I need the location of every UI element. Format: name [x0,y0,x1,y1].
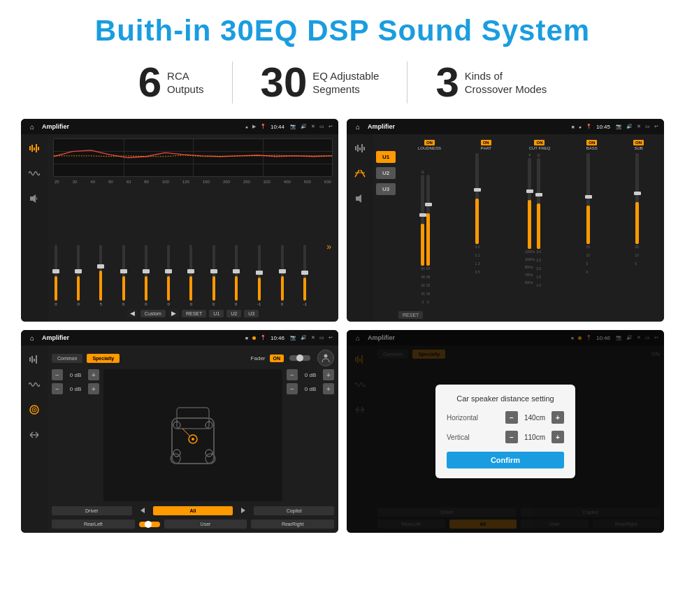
db-minus-rr[interactable]: − [287,383,298,394]
sub-thumb[interactable] [634,192,641,195]
slider-track-1[interactable] [77,245,80,301]
loudness-track-1[interactable] [421,175,424,266]
slider-track-4[interactable] [145,245,147,301]
slider-thumb-11[interactable] [301,271,308,275]
copilot-btn[interactable]: Copilot [254,506,334,515]
db-plus-fr[interactable]: + [323,369,334,380]
xover-sidebar-crossover-icon[interactable] [352,165,368,182]
vertical-minus-btn[interactable]: − [505,431,518,443]
fader-common-tab[interactable]: Common [52,354,82,363]
slider-thumb-10[interactable] [279,269,286,273]
dialog-vertical-label: Vertical [447,434,485,441]
slider-track-5[interactable] [167,245,170,301]
fader-specialty-tab[interactable]: Specialty [87,354,120,363]
bass-thumb[interactable] [585,195,592,199]
vertical-plus-btn[interactable]: + [551,431,564,443]
sub-track[interactable] [635,153,639,244]
db-plus-rl[interactable]: + [88,383,99,394]
fader-slider-h[interactable] [289,355,310,361]
xover-u2-btn[interactable]: U2 [376,167,396,179]
slider-track-6[interactable] [189,245,192,301]
fader-slider-thumb[interactable] [296,354,303,361]
loudness-thumb-2[interactable] [425,203,432,206]
rearleft-btn[interactable]: RearLeft [52,520,135,529]
ch-loudness-toggle[interactable]: ON [424,140,435,145]
fader-sidebar-wave-icon[interactable] [26,376,43,393]
xover-sidebar-vol-icon[interactable] [352,190,368,207]
cutfreq-f-track[interactable] [528,158,531,249]
slider-thumb-7[interactable] [210,269,217,273]
db-row-rr: − 0 dB + [287,383,334,394]
ps-3: 3.0 [475,245,480,249]
eq-x-icon: ✕ [311,124,315,129]
eq-back-icon: ↩ [329,124,333,129]
slider-thumb-1[interactable] [75,269,82,273]
ch-bass-label: BASS [586,146,598,150]
fader-sidebar-speaker-icon[interactable] [26,401,43,418]
slider-thumb-2[interactable] [97,264,104,268]
driver-btn[interactable]: Driver [52,506,132,515]
eq-reset-btn[interactable]: RESET [182,310,206,317]
eq-u1-btn[interactable]: U1 [209,310,224,317]
slider-track-8[interactable] [235,245,238,301]
xover-u1-btn[interactable]: U1 [376,151,396,163]
fader-h-thumb[interactable] [145,521,152,528]
cutfreq-g-thumb[interactable] [535,193,542,196]
phat-thumb[interactable] [474,188,481,192]
fader-h-slider[interactable] [139,522,160,527]
loudness-thumb-1[interactable] [419,213,426,217]
fader-toggle-btn[interactable]: ON [270,354,284,362]
all-btn[interactable]: All [153,506,233,515]
cutfreq-f-thumb[interactable] [526,189,533,193]
fader-sidebar-arrows-icon[interactable] [26,427,43,443]
slider-track-0[interactable] [55,245,57,301]
slider-track-3[interactable] [122,245,125,301]
slider-thumb-6[interactable] [187,269,194,273]
eq-sidebar-volume-icon[interactable] [26,190,43,207]
ch-bass-toggle[interactable]: ON [586,140,597,145]
slider-track-7[interactable] [212,245,215,301]
svg-rect-1 [31,145,33,152]
db-minus-rl[interactable]: − [52,383,63,394]
slider-thumb-8[interactable] [233,269,240,273]
eq-more-icon[interactable]: » [326,242,331,252]
phat-track[interactable] [475,153,479,244]
slider-thumb-4[interactable] [143,269,150,273]
eq-u3-btn[interactable]: U3 [244,310,259,317]
horizontal-plus-btn[interactable]: + [551,411,564,424]
db-minus-fl[interactable]: − [52,369,63,380]
slider-track-11[interactable] [303,245,306,301]
slider-thumb-5[interactable] [165,269,172,273]
slider-thumb-9[interactable] [256,271,263,275]
slider-thumb-3[interactable] [120,269,127,273]
user-btn[interactable]: User [164,520,247,529]
ps-05: 0.5 [475,270,480,274]
eq-sidebar-eq-icon[interactable] [26,140,43,157]
cutfreq-g-track[interactable] [537,158,540,249]
slider-track-9[interactable] [258,245,261,301]
ch-sub-toggle[interactable]: ON [633,140,644,145]
db-minus-fr[interactable]: − [287,369,298,380]
confirm-button[interactable]: Confirm [447,452,564,468]
eq-custom-btn[interactable]: Custom [140,310,166,317]
ch-phat-toggle[interactable]: ON [481,140,491,145]
fader-sidebar-eq-icon[interactable] [26,351,43,368]
eq-u2-btn[interactable]: U2 [226,310,241,317]
xover-reset-btn[interactable]: RESET [398,311,423,319]
fader-person-btn[interactable] [317,350,334,366]
horizontal-minus-btn[interactable]: − [505,411,518,424]
db-plus-fl[interactable]: + [88,369,99,380]
slider-track-10[interactable] [281,245,284,301]
slider-thumb-0[interactable] [52,269,59,273]
db-plus-rr[interactable]: + [323,383,334,394]
eq-sidebar-wave-icon[interactable] [26,165,43,182]
bass-track[interactable] [586,153,590,244]
eq-prev-btn[interactable]: ◀ [127,309,138,317]
xover-u3-btn[interactable]: U3 [376,183,396,195]
rearright-btn[interactable]: RearRight [251,520,334,529]
eq-next-btn[interactable]: ▶ [168,309,179,317]
ch-cutfreq-toggle[interactable]: ON [534,140,545,145]
xover-sidebar-eq-icon[interactable] [352,140,368,157]
loudness-track-2[interactable] [426,175,430,266]
slider-track-2[interactable] [99,245,102,301]
